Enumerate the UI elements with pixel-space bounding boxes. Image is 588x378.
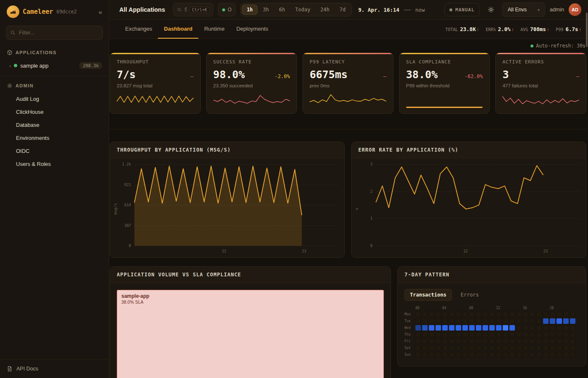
sidebar-item-oidc[interactable]: OIDC [0, 144, 109, 158]
kpi-card-active-errors: ACTIVE ERRORS 3 – 477 failures total [495, 52, 586, 114]
applications-section-header: APPLICATIONS [0, 46, 109, 59]
sidebar-header: Cameleer 69dcce2 « [0, 0, 109, 22]
range-button-today[interactable]: Today [291, 5, 315, 15]
tab-runtime[interactable]: Runtime [198, 20, 230, 39]
panel-title: APPLICATION VOLUME VS SLA COMPLIANCE [110, 267, 391, 283]
kpi-subtitle: 23.350 succeeded [213, 83, 290, 88]
sidebar-item-sample-app[interactable]: › sample app 208.3k [0, 59, 109, 72]
manual-dot-icon [449, 8, 452, 11]
theme-toggle-button[interactable] [484, 3, 498, 16]
heatmap-body: Transactions Errors 000408121620MonTueWe… [398, 283, 586, 366]
applications-header-label: APPLICATIONS [16, 50, 57, 55]
scrollbar-thumb[interactable] [586, 13, 588, 47]
kpi-value: 6675ms [310, 68, 347, 81]
tab-exchanges[interactable]: Exchanges [119, 20, 158, 39]
kpi-delta: -2.0% [275, 74, 290, 79]
kpi-value: 38.0% [406, 68, 438, 81]
sidebar-item-audit-log[interactable]: Audit Log [0, 92, 109, 105]
range-button-3h[interactable]: 3h [258, 5, 273, 15]
range-button-6h[interactable]: 6h [274, 5, 289, 15]
sidebar-collapse-button[interactable]: « [99, 8, 102, 16]
kpi-delta: – [383, 74, 386, 79]
accent-bar [496, 53, 586, 54]
kpi-delta: – [190, 74, 193, 79]
chevron-down-icon: ▾ [538, 8, 540, 12]
treemap-tile-sample-app[interactable]: sample-app 38.0% SLA [117, 290, 384, 378]
filter-input[interactable] [6, 26, 103, 40]
time-range-group: 1h 3h 6h Today 24h 7d [240, 3, 352, 16]
panel-title: THROUGHPUT BY APPLICATION (MSG/S) [110, 142, 344, 158]
range-button-1h[interactable]: 1h [242, 5, 257, 15]
now-label[interactable]: now [415, 7, 425, 13]
app-root: Cameleer 69dcce2 « APPLICATIONS › sample… [0, 0, 588, 378]
sidebar-item-database[interactable]: Database [0, 118, 109, 131]
sparkline-chart [502, 92, 579, 109]
tab-errors[interactable]: Errors [455, 289, 484, 301]
manual-refresh-button[interactable]: MANUAL [444, 3, 480, 16]
status-label: O [228, 7, 231, 13]
error-rate-chart: % 3210 1223 [352, 158, 586, 257]
env-select[interactable]: All Envs ▾ [502, 3, 545, 17]
sidebar-item-users-roles[interactable]: Users & Roles [0, 158, 109, 171]
kpi-value: 3 [502, 68, 509, 81]
auto-refresh-indicator[interactable]: Auto-refresh: 30s [110, 39, 586, 49]
tab-deployments[interactable]: Deployments [231, 20, 274, 39]
env-select-value: All Envs [508, 7, 527, 13]
accent-bar [399, 53, 490, 54]
search-icon [10, 30, 16, 35]
avatar[interactable]: AD [569, 3, 581, 16]
kpi-delta: -62.0% [465, 74, 483, 79]
accent-bar [207, 53, 297, 54]
range-button-7d[interactable]: 7d [335, 5, 350, 15]
tab-dashboard[interactable]: Dashboard [158, 20, 198, 39]
sidebar-item-environments[interactable]: Environments [0, 131, 109, 144]
main-area: All Applications S… Ctrl+K O 1h 3h 6h To… [109, 0, 588, 378]
auto-refresh-label: Auto-refresh: 30s [536, 43, 585, 49]
kpi-subtitle: prev 0ms [310, 83, 386, 88]
plot-area: 1223 [376, 162, 582, 256]
kpi-delta: – [576, 74, 579, 79]
online-status-button[interactable]: O [218, 3, 236, 16]
kpi-subtitle: 23.827 msg total [117, 83, 194, 88]
logo-text[interactable]: Cameleer [23, 8, 53, 16]
app-count-badge: 208.3k [79, 62, 102, 69]
stat-total: TOTAL 23.8K ↑ [445, 26, 479, 32]
tab-bar: Exchanges Dashboard Runtime Deployments … [109, 20, 588, 39]
arrow-up-icon: ↑ [512, 27, 514, 32]
sidebar: Cameleer 69dcce2 « APPLICATIONS › sample… [0, 0, 109, 378]
arrow-up-icon: ↑ [477, 27, 479, 32]
section-divider [110, 129, 586, 129]
logo-version: 69dcce2 [56, 9, 76, 15]
api-docs-label: API Docs [16, 366, 38, 372]
kpi-card-throughput: THROUGHPUT 7/s – 23.827 msg total [110, 52, 201, 114]
charts-row: THROUGHPUT BY APPLICATION (MSG/S) msg/s … [110, 142, 586, 258]
tab-transactions[interactable]: Transactions [404, 289, 452, 301]
datetime-separator: — [404, 6, 411, 13]
chevron-right-icon: › [9, 63, 11, 69]
current-datetime[interactable]: 9. Apr. 16:14 [358, 7, 399, 13]
app-name-label: sample app [20, 63, 48, 69]
admin-section-header: ADMIN [0, 79, 109, 92]
box-icon [7, 50, 13, 55]
throughput-chart: msg/s 1.2k9216143070 1223 [110, 158, 344, 257]
y-axis: 3210 [360, 164, 376, 246]
admin-header-label: ADMIN [16, 83, 34, 88]
global-search[interactable]: S… Ctrl+K [173, 3, 213, 16]
manual-label: MANUAL [455, 7, 475, 13]
tile-sla: 38.0% SLA [121, 299, 379, 304]
sun-icon [488, 6, 494, 13]
sidebar-item-clickhouse[interactable]: ClickHouse [0, 105, 109, 118]
arrow-up-icon: ↑ [579, 27, 582, 32]
y-axis-label: % [354, 162, 360, 256]
admin-nav: Audit Log ClickHouse Database Environmen… [0, 92, 109, 171]
kpi-subtitle: P99 within threshold [406, 83, 483, 88]
heatmap-grid: 000408121620MonTueWedThuFriSatSun [404, 306, 579, 357]
search-icon [177, 7, 182, 12]
kpi-row: THROUGHPUT 7/s – 23.827 msg total SUCCES… [110, 52, 586, 114]
treemap-panel: APPLICATION VOLUME VS SLA COMPLIANCE sam… [110, 266, 391, 378]
kpi-value: 98.0% [213, 68, 245, 81]
range-button-24h[interactable]: 24h [316, 5, 334, 15]
camel-logo-icon [7, 5, 19, 18]
api-docs-link[interactable]: API Docs [0, 359, 109, 378]
sidebar-filter [6, 26, 103, 40]
